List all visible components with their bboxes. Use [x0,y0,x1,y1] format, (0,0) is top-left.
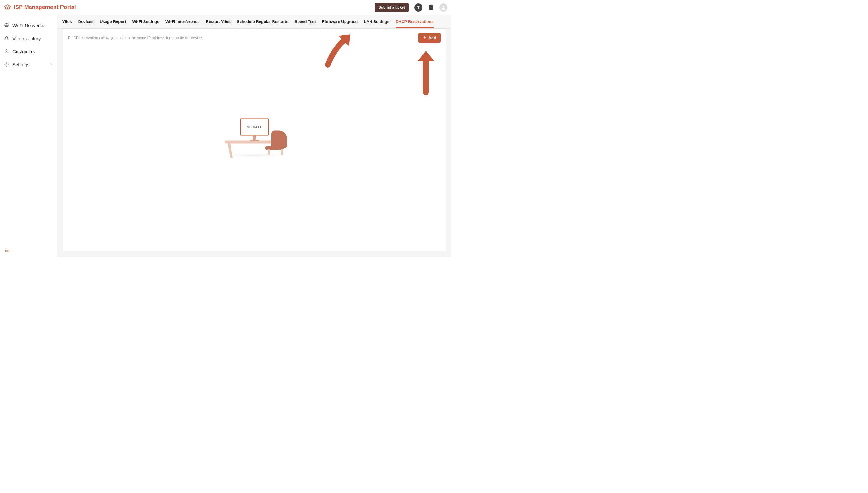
tab-devices[interactable]: Devices [78,15,94,28]
collapse-sidebar-button[interactable] [4,248,9,254]
tab-firmware-upgrade[interactable]: Firmware Upgrade [322,15,358,28]
sidebar-item-wifi-networks[interactable]: Wi-Fi Networks [0,19,57,32]
tab-restart-vilos[interactable]: Restart Vilos [206,15,230,28]
svg-point-6 [6,50,7,51]
svg-rect-3 [430,7,432,8]
help-icon[interactable]: ? [415,3,422,12]
sidebar-item-settings[interactable]: Settings [0,58,57,71]
submit-ticket-button[interactable]: Submit a ticket [375,3,409,12]
layers-icon [4,36,9,41]
tab-usage-report[interactable]: Usage Report [100,15,126,28]
sidebar-item-label: Wi-Fi Networks [13,23,53,28]
user-icon [4,48,9,54]
tab-dhcp-reservations[interactable]: DHCP Reservations [396,15,434,28]
empty-state-text: NO DATA [247,125,262,129]
app-header: ISP Management Portal Submit a ticket ? [0,0,451,15]
add-button[interactable]: Add [419,33,441,43]
tab-wifi-settings[interactable]: Wi-Fi Settings [133,15,160,28]
logo[interactable]: ISP Management Portal [4,4,76,11]
logo-icon [4,4,11,11]
chevron-down-icon [49,62,53,67]
tab-schedule-restarts[interactable]: Schedule Regular Restarts [237,15,288,28]
sidebar-item-vilo-inventory[interactable]: Vilo Inventory [0,32,57,45]
tab-wifi-interference[interactable]: Wi-Fi Interference [165,15,200,28]
tab-vilos[interactable]: Vilos [62,15,72,28]
svg-point-7 [6,64,7,65]
description-text: DHCP reservations allow you to keep the … [68,36,419,40]
content-panel: DHCP reservations allow you to keep the … [63,29,446,252]
svg-rect-2 [430,6,432,7]
tab-lan-settings[interactable]: LAN Settings [364,15,389,28]
sidebar-item-customers[interactable]: Customers [0,45,57,58]
sidebar-item-label: Vilo Inventory [13,36,53,41]
avatar-icon[interactable] [439,3,447,12]
gear-icon [4,62,9,67]
clipboard-icon[interactable] [427,3,435,12]
annotation-arrow-icon [409,49,443,95]
tabs-bar: Vilos Devices Usage Report Wi-Fi Setting… [57,15,451,29]
monitor-illustration: NO DATA [240,118,268,135]
svg-point-4 [442,6,444,7]
chair-illustration [265,130,287,155]
globe-icon [4,22,9,28]
empty-state: NO DATA [220,118,288,153]
tab-speed-test[interactable]: Speed Test [295,15,316,28]
sidebar: Wi-Fi Networks Vilo Inventory Customers [0,15,57,257]
add-button-label: Add [428,36,436,40]
sidebar-item-label: Settings [13,62,46,67]
svg-rect-0 [429,5,433,10]
app-title: ISP Management Portal [14,4,76,10]
plus-icon [423,36,426,40]
svg-rect-1 [430,4,432,6]
main-area: Vilos Devices Usage Report Wi-Fi Setting… [57,15,451,257]
sidebar-item-label: Customers [13,49,53,54]
